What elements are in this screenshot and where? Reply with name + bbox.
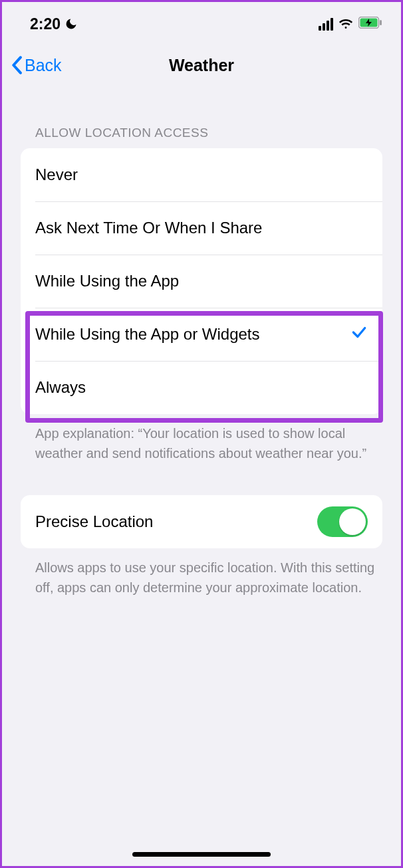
location-options-card: Never Ask Next Time Or When I Share Whil… [21,148,382,414]
status-left: 2:20 [30,15,78,33]
option-while-using-app[interactable]: While Using the App [21,255,382,308]
wifi-icon [338,16,354,32]
nav-bar: Back Weather [2,42,401,88]
cellular-signal-icon [319,18,333,31]
option-label: Never [35,165,78,184]
back-label: Back [25,56,62,75]
status-right [319,16,382,32]
location-footer-text: App explanation: “Your location is used … [2,414,401,463]
option-label: While Using the App [35,272,179,290]
precise-location-label: Precise Location [35,512,153,531]
page-title: Weather [169,56,234,75]
checkmark-icon [350,324,368,345]
option-ask-next-time[interactable]: Ask Next Time Or When I Share [21,201,382,255]
back-button[interactable]: Back [10,56,62,75]
chevron-left-icon [10,56,23,74]
moon-icon [65,17,78,31]
precise-location-toggle[interactable] [317,506,368,537]
option-never[interactable]: Never [21,148,382,201]
option-label: While Using the App or Widgets [35,325,260,344]
precise-footer-text: Allows apps to use your specific locatio… [2,548,401,597]
precise-location-row[interactable]: Precise Location [21,495,382,548]
precise-location-card: Precise Location [21,495,382,548]
option-label: Always [35,378,86,397]
home-indicator [132,852,271,857]
toggle-knob [339,508,366,535]
status-bar: 2:20 [2,2,401,37]
status-time: 2:20 [30,15,61,33]
option-while-using-app-or-widgets[interactable]: While Using the App or Widgets [21,308,382,361]
battery-charging-icon [358,17,382,31]
option-label: Ask Next Time Or When I Share [35,219,262,237]
section-header-location: ALLOW LOCATION ACCESS [2,88,401,148]
option-always[interactable]: Always [21,361,382,414]
svg-rect-2 [380,20,382,25]
